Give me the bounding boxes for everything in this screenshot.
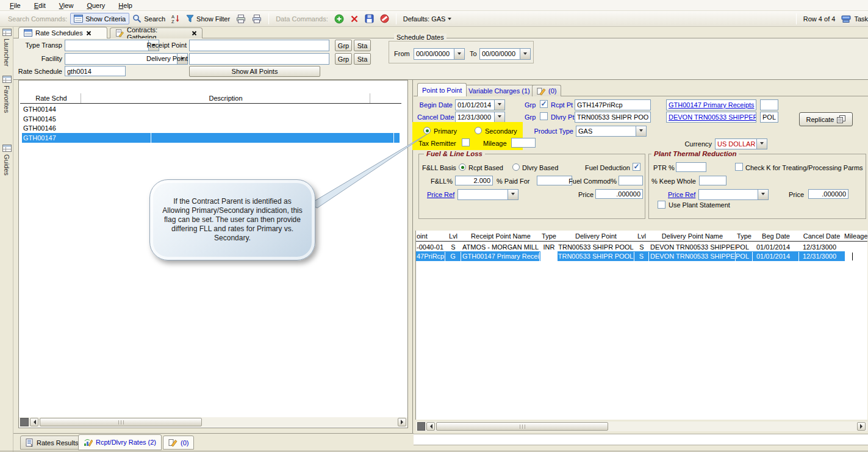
- add-row-button[interactable]: [331, 13, 347, 25]
- col-header-lvl[interactable]: Lvl: [445, 231, 461, 241]
- tab-notes[interactable]: (0): [532, 85, 561, 96]
- print-button[interactable]: [233, 13, 249, 24]
- chevron-down-icon[interactable]: [494, 100, 504, 110]
- h-scrollbar-thumb[interactable]: [40, 418, 202, 426]
- receipt-sta-button[interactable]: Sta: [354, 40, 371, 51]
- cell-edit-mileage[interactable]: [845, 251, 867, 261]
- col-header-type[interactable]: Type: [540, 231, 558, 241]
- replicate-button[interactable]: Replicate: [799, 112, 853, 126]
- dlvry-point-link[interactable]: DEVON TRN00533 SHIPPER P...: [669, 113, 756, 121]
- tax-remitter-checkbox[interactable]: [462, 138, 470, 146]
- table-row[interactable]: GTH00144: [22, 104, 400, 114]
- h-scrollbar-thumb[interactable]: [436, 422, 608, 431]
- chevron-down-icon[interactable]: [758, 190, 768, 199]
- scroll-right-button[interactable]: [398, 418, 406, 426]
- search-button[interactable]: Search: [129, 13, 168, 24]
- schedule-to-select[interactable]: 00/00/0000: [479, 48, 531, 60]
- schedule-from-select[interactable]: 00/00/0000: [414, 48, 465, 60]
- cancel-changes-button[interactable]: [377, 13, 392, 24]
- plant-price-ref-select[interactable]: [698, 189, 769, 200]
- show-criteria-button[interactable]: Show Criteria: [70, 13, 129, 24]
- col-header-receipt-point[interactable]: oint: [417, 231, 445, 241]
- receipt-point-input[interactable]: [189, 40, 329, 51]
- currency-select[interactable]: US DOLLAR: [715, 138, 767, 149]
- col-header-mileage[interactable]: Mileage: [844, 231, 867, 241]
- keep-whole-input[interactable]: [699, 176, 726, 185]
- use-plant-statement-checkbox[interactable]: [658, 201, 665, 209]
- scroll-right-button[interactable]: [857, 422, 866, 431]
- col-header-delivery-point[interactable]: Delivery Point: [558, 231, 634, 241]
- menu-edit[interactable]: Edit: [28, 1, 52, 10]
- defaults-dropdown[interactable]: Defaults: GAS: [400, 14, 455, 24]
- col-header-delivery-point-name[interactable]: Delivery Point Name: [649, 231, 736, 241]
- rcpt-pt-input[interactable]: [575, 99, 651, 110]
- chevron-down-icon[interactable]: [756, 139, 767, 149]
- chevron-down-icon[interactable]: [636, 126, 646, 136]
- col-header-lvl2[interactable]: Lvl: [634, 231, 649, 241]
- tab-notes-bottom[interactable]: (0): [163, 436, 194, 450]
- menu-view[interactable]: View: [53, 1, 80, 10]
- ptr-pct-input[interactable]: [676, 162, 706, 172]
- fuel-price-ref-select[interactable]: [457, 189, 518, 200]
- chevron-down-icon[interactable]: [494, 112, 504, 122]
- sidebar-item-guides[interactable]: Guides: [0, 145, 13, 176]
- delivery-grp-button[interactable]: Grp: [335, 53, 352, 65]
- rcpt-point-link[interactable]: GTH00147 Primary Receipts: [669, 101, 755, 109]
- close-icon[interactable]: [192, 30, 197, 36]
- table-row[interactable]: GTH00145: [22, 114, 400, 124]
- fll-pct-input[interactable]: [455, 176, 493, 185]
- delivery-point-input[interactable]: [189, 53, 329, 65]
- fuel-commod-input[interactable]: [619, 176, 643, 185]
- chevron-down-icon[interactable]: [454, 49, 464, 59]
- tab-rate-schedules[interactable]: Rate Schedules: [18, 27, 107, 38]
- col-header-type2[interactable]: Type: [736, 231, 753, 241]
- rcpt-based-radio[interactable]: [459, 163, 466, 171]
- menu-help[interactable]: Help: [112, 1, 138, 10]
- cell-edit[interactable]: [540, 251, 558, 261]
- col-header-rate-schd[interactable]: Rate Schd: [22, 93, 81, 103]
- grp-rcpt-checkbox[interactable]: ✓: [540, 100, 548, 108]
- chevron-down-icon[interactable]: [508, 190, 518, 199]
- fuel-deduction-checkbox[interactable]: ✓: [633, 163, 640, 171]
- sidebar-item-launcher[interactable]: Launcher: [0, 29, 13, 66]
- dlvry-based-radio[interactable]: [512, 163, 520, 171]
- tab-rates-results[interactable]: 1 Rates Results: [20, 436, 84, 450]
- col-header-beg-date[interactable]: Beg Date: [753, 231, 799, 241]
- col-header-cancel-date[interactable]: Cancel Date: [799, 231, 844, 241]
- fuel-price-input[interactable]: [595, 189, 643, 199]
- show-all-points-button[interactable]: Show All Points: [189, 66, 320, 77]
- receipt-grp-button[interactable]: Grp: [335, 40, 352, 51]
- begin-date-select[interactable]: 01/01/2014: [455, 99, 505, 110]
- delete-row-button[interactable]: [347, 13, 362, 24]
- show-filter-button[interactable]: Show Filter: [183, 13, 233, 24]
- type-transp-select[interactable]: [65, 40, 159, 51]
- col-header-description[interactable]: Description: [82, 93, 370, 103]
- sort-button[interactable]: AZ: [168, 13, 183, 24]
- chevron-down-icon[interactable]: [520, 49, 530, 59]
- tab-variable-charges[interactable]: Variable Charges (1): [464, 85, 535, 96]
- col-header-receipt-point-name[interactable]: Receipt Point Name: [461, 231, 540, 241]
- product-type-select[interactable]: GAS: [576, 126, 647, 137]
- menu-query[interactable]: Query: [81, 1, 111, 10]
- save-button[interactable]: [362, 13, 377, 24]
- delivery-sta-button[interactable]: Sta: [354, 53, 371, 65]
- plant-price-ref-link[interactable]: Price Ref: [668, 191, 695, 199]
- secondary-radio[interactable]: [475, 127, 482, 134]
- dlvry-pt-input[interactable]: [575, 112, 651, 123]
- scroll-left-button[interactable]: [426, 422, 435, 431]
- tab-point-to-point[interactable]: Point to Point: [417, 83, 467, 96]
- tab-contracts-gathering[interactable]: Contracts: Gathering: [110, 27, 203, 38]
- tab-rcpt-dlvry-rates[interactable]: Rcpt/Dlvry Rates (2): [78, 434, 162, 450]
- menu-file[interactable]: File: [4, 1, 27, 10]
- rate-schedule-input[interactable]: [65, 66, 126, 76]
- scroll-left-button[interactable]: [30, 418, 38, 426]
- task-button[interactable]: Task: [838, 13, 868, 24]
- close-icon[interactable]: [86, 30, 91, 36]
- plant-price-input[interactable]: [808, 189, 848, 199]
- cancel-date-select[interactable]: 12/31/3000: [455, 112, 505, 123]
- check-k-checkbox[interactable]: [735, 163, 743, 171]
- grp-dlvry-checkbox[interactable]: [540, 112, 548, 120]
- print-preview-button[interactable]: [249, 13, 265, 24]
- mileage-input[interactable]: [511, 138, 536, 148]
- sidebar-item-favorites[interactable]: Favorites: [0, 76, 13, 113]
